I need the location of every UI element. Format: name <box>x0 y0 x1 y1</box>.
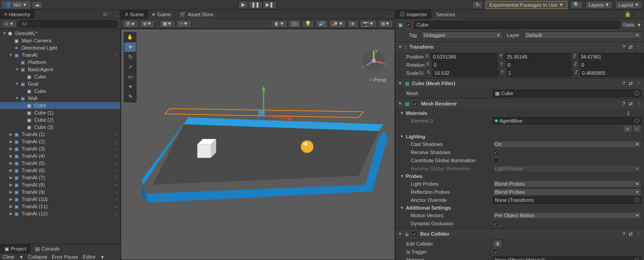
tree-row[interactable]: ▣Cube <box>0 73 120 80</box>
persp-label[interactable]: ≡ Persp <box>370 77 386 82</box>
fold-icon[interactable]: ▶ <box>8 139 14 144</box>
rotate-tool[interactable]: ↻ <box>124 52 136 62</box>
clear-button[interactable]: Clear <box>3 254 14 260</box>
fx-dropdown[interactable]: ✨▼ <box>329 20 346 28</box>
cgi-check[interactable] <box>493 157 499 164</box>
step-button[interactable]: ▶❚ <box>263 1 277 9</box>
fold-icon[interactable]: ▶ <box>8 132 14 137</box>
fold-icon[interactable]: ▶ <box>8 190 14 194</box>
fold-icon[interactable]: ▼ <box>14 96 20 100</box>
tree-row[interactable]: ▶▣TrainAI (4)› <box>0 152 120 160</box>
lighting-header[interactable]: Lighting <box>406 134 425 139</box>
link-icon[interactable]: ⛓ <box>419 70 424 76</box>
camera-dropdown[interactable]: 📷▼ <box>359 20 377 28</box>
hierarchy-tree[interactable]: ▼⬢DemoML*▣Main Camera☀Directional Light▼… <box>0 29 120 260</box>
edit-collider-button[interactable]: ᓬ <box>493 240 503 248</box>
tree-row[interactable]: ▣Platform <box>0 59 120 66</box>
transform-tool[interactable]: ✦ <box>124 82 136 92</box>
phys-mat-field[interactable]: None (Physic Material) <box>493 256 641 260</box>
chevron-right-icon[interactable]: › <box>116 175 120 180</box>
fold-icon[interactable]: ▼ <box>14 67 20 72</box>
account-menu[interactable]: 👤 NH ▼ <box>2 1 31 9</box>
draw-dropdown[interactable]: ◐▼ <box>272 20 287 28</box>
light-probes-dropdown[interactable]: Blend Probes▼ <box>493 180 641 187</box>
fold-icon[interactable]: ▶ <box>8 146 14 151</box>
tree-row[interactable]: ☀Directional Light <box>0 44 120 51</box>
meshrenderer-header[interactable]: ▼▦ ✓ Mesh Renderer ?⇄⋮ <box>395 99 644 109</box>
chevron-down-icon[interactable]: ▼ <box>637 23 641 27</box>
mesh-field[interactable]: ▦Cube <box>493 90 641 97</box>
console-tab[interactable]: ▤Console <box>31 244 64 253</box>
tree-row[interactable]: ▼▣Wall <box>0 95 120 102</box>
error-pause-button[interactable]: Error Pause <box>52 254 78 260</box>
editor-dropdown[interactable]: Editor <box>83 254 96 260</box>
tree-row[interactable]: ▶▣TrainAI (3)› <box>0 145 120 152</box>
project-tab[interactable]: ▣Project <box>0 244 31 253</box>
material-field[interactable]: AgentBlue <box>493 117 641 124</box>
chevron-right-icon[interactable]: › <box>116 153 120 159</box>
handle-dropdown[interactable]: ⊕▼ <box>140 20 155 28</box>
move-tool[interactable]: ✥ <box>124 42 136 52</box>
tree-row[interactable]: ▶▣TrainAI (6)› <box>0 167 120 174</box>
tree-row[interactable]: ▣Cube (1) <box>0 109 120 116</box>
dyn-occl-check[interactable]: ✓ <box>493 220 499 227</box>
preset-icon[interactable]: ⇄ <box>629 44 633 50</box>
chevron-right-icon[interactable]: › <box>116 146 120 151</box>
2d-toggle[interactable]: 2D <box>288 20 301 28</box>
object-name-input[interactable] <box>414 21 620 29</box>
experimental-warning[interactable]: Experimental Packages In Use ▼ <box>485 1 567 9</box>
tree-row[interactable]: ▶▣TrainAI (11)› <box>0 203 120 210</box>
rot-x[interactable] <box>432 61 498 68</box>
tree-row[interactable]: ▣Cube (2) <box>0 116 120 123</box>
hand-tool[interactable]: ✋ <box>124 32 136 42</box>
menu-icon[interactable]: ⋮ <box>636 44 641 50</box>
scale-y[interactable] <box>507 69 572 77</box>
tree-row[interactable]: ▶▣TrainAI (5)› <box>0 160 120 167</box>
fold-icon[interactable]: ▼ <box>8 53 14 57</box>
active-checkbox[interactable]: ✓ <box>405 22 412 28</box>
inspector-tab[interactable]: ⓘInspector <box>395 10 431 19</box>
fold-icon[interactable]: ▶ <box>8 204 14 209</box>
hidden-toggle[interactable]: 👁 <box>347 20 358 28</box>
gizmos-dropdown[interactable]: ⊞▼ <box>378 20 393 28</box>
motion-vectors-dropdown[interactable]: Per Object Motion▼ <box>493 212 641 219</box>
pivot-dropdown[interactable]: ⦿▼ <box>122 20 139 28</box>
fold-icon[interactable]: ▶ <box>8 211 14 216</box>
services-tab[interactable]: Services <box>431 10 459 19</box>
orientation-gizmo[interactable]: y x z <box>360 47 387 74</box>
tree-row[interactable]: ▣Cube <box>0 102 120 109</box>
lock-icon[interactable]: 🔒 <box>622 11 634 17</box>
fold-icon[interactable]: ▶ <box>8 182 14 187</box>
asset-store-tab[interactable]: 🛒Asset Store <box>175 10 218 19</box>
layout-dropdown[interactable]: Layout ▼ <box>615 1 642 9</box>
tree-row[interactable]: ▼▣BasicAgent <box>0 66 120 73</box>
chevron-right-icon[interactable]: › <box>116 182 120 187</box>
transform-header[interactable]: ▼⟟ Transform ?⇄⋮ <box>395 42 644 52</box>
tree-row[interactable]: ▣Main Camera <box>0 37 120 44</box>
help-icon[interactable]: ? <box>622 44 625 50</box>
cloud-button[interactable]: ☁ <box>32 1 43 9</box>
tree-row[interactable]: ▼▣Goal <box>0 80 120 87</box>
boxcollider-header[interactable]: ▼⬙ ✓ Box Collider ?⇄⋮ <box>395 229 644 239</box>
chevron-right-icon[interactable]: › <box>116 132 120 137</box>
scale-x[interactable] <box>433 69 499 77</box>
tree-row[interactable]: ▶▣TrainAI (2)› <box>0 138 120 145</box>
tree-row[interactable]: ▶▣TrainAI (9)› <box>0 188 120 196</box>
hierarchy-search[interactable] <box>18 20 118 27</box>
fold-icon[interactable]: ▶ <box>8 154 14 158</box>
is-trigger-check[interactable]: ✓ <box>493 249 499 255</box>
chevron-right-icon[interactable]: › <box>116 168 120 173</box>
refl-probes-dropdown[interactable]: Blend Probes▼ <box>493 188 641 196</box>
collapse-button[interactable]: Collapse <box>28 254 47 260</box>
add-material[interactable]: + <box>623 125 632 133</box>
tree-row[interactable]: ▣Cube <box>0 87 120 95</box>
tree-row[interactable]: ▶▣TrainAI (8)› <box>0 181 120 188</box>
probes-header[interactable]: Probes <box>406 173 422 179</box>
fold-icon[interactable]: ▼ <box>14 82 20 86</box>
scale-tool[interactable]: ⤢ <box>124 62 136 72</box>
hierarchy-tab[interactable]: ≡ Hierarchy <box>0 10 35 19</box>
chevron-right-icon[interactable]: › <box>116 160 120 166</box>
chevron-right-icon[interactable]: › <box>116 189 120 195</box>
rot-y[interactable] <box>506 61 571 68</box>
search-button[interactable]: 🔍 <box>570 1 583 9</box>
